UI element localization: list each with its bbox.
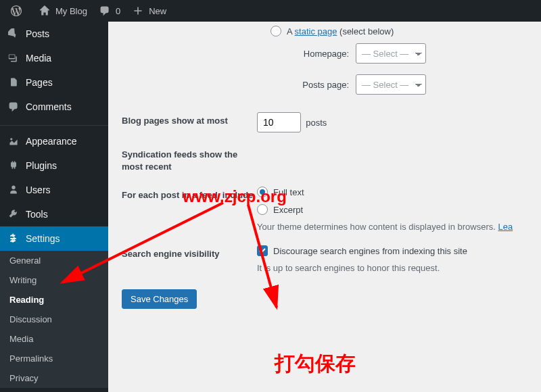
- svg-rect-2: [13, 235, 14, 237]
- content-area: A static page (select below) Homepage:— …: [108, 22, 541, 392]
- excerpt-label: Excerpt: [273, 205, 303, 215]
- comments-count: 0: [116, 6, 120, 16]
- comment-icon: [7, 100, 20, 114]
- syndication-label: Syndication feeds show the most recent: [122, 146, 257, 173]
- static-page-link[interactable]: static page: [295, 26, 337, 36]
- submenu-writing[interactable]: Writing: [0, 270, 108, 290]
- submenu-reading[interactable]: Reading: [0, 290, 108, 310]
- sidebar-item-label: Comments: [26, 101, 72, 112]
- plugin-icon: [7, 159, 20, 172]
- sidebar-item-plugins[interactable]: Plugins: [0, 153, 108, 178]
- sidebar-item-posts[interactable]: Posts: [0, 22, 108, 46]
- settings-icon: [7, 232, 20, 245]
- submenu-discussion[interactable]: Discussion: [0, 310, 108, 329]
- save-button[interactable]: Save Changes: [122, 289, 197, 309]
- site-name-text: My Blog: [55, 6, 87, 16]
- svg-rect-5: [10, 241, 11, 242]
- homepage-select[interactable]: — Select —: [356, 43, 426, 64]
- svg-rect-6: [13, 241, 14, 242]
- sidebar-item-users[interactable]: Users: [0, 178, 108, 202]
- admin-toolbar: My Blog 0 New: [0, 0, 541, 22]
- feed-content-label: For each post in a feed, include: [122, 187, 257, 232]
- menu-separator: [0, 122, 108, 126]
- sidebar-item-appearance[interactable]: Appearance: [0, 129, 108, 153]
- new-content[interactable]: New: [126, 0, 172, 22]
- home-icon: [38, 4, 51, 18]
- appearance-icon: [7, 134, 20, 148]
- sidebar-item-label: Pages: [26, 77, 53, 88]
- wordpress-icon: [9, 4, 23, 18]
- submenu-media[interactable]: Media: [0, 329, 108, 349]
- sidebar-item-pages[interactable]: Pages: [0, 70, 108, 95]
- discourage-label: Discourage search engines from indexing …: [273, 246, 467, 256]
- blog-pages-label: Blog pages show at most: [122, 112, 257, 132]
- sidebar-item-label: Plugins: [26, 160, 57, 171]
- admin-sidebar: Posts Media Pages Comments Appearance Pl…: [0, 22, 108, 392]
- media-icon: [7, 51, 20, 65]
- svg-point-0: [10, 138, 12, 140]
- comment-icon: [98, 4, 112, 18]
- full-text-label: Full text: [273, 187, 304, 197]
- blog-pages-input[interactable]: [257, 112, 301, 132]
- sidebar-item-label: Posts: [26, 28, 49, 39]
- homepage-label: Homepage:: [288, 49, 349, 59]
- svg-rect-4: [13, 238, 14, 239]
- visibility-label: Search engine visibility: [122, 245, 257, 273]
- sidebar-item-tools[interactable]: Tools: [0, 202, 108, 226]
- learn-more-link[interactable]: Lea: [498, 222, 513, 232]
- posts-page-label: Posts page:: [288, 80, 349, 90]
- settings-submenu: General Writing Reading Discussion Media…: [0, 251, 108, 388]
- pin-icon: [7, 27, 20, 41]
- submenu-general[interactable]: General: [0, 251, 108, 270]
- radio-static-page[interactable]: [270, 26, 281, 36]
- radio-excerpt[interactable]: [257, 204, 268, 215]
- sidebar-item-settings[interactable]: Settings: [0, 226, 108, 251]
- sidebar-item-label: Media: [26, 53, 51, 64]
- tools-icon: [7, 207, 20, 221]
- visibility-description: It is up to search engines to honor this…: [257, 263, 541, 273]
- comments-bubble[interactable]: 0: [93, 0, 126, 22]
- posts-page-select[interactable]: — Select —: [356, 74, 426, 95]
- sidebar-item-media[interactable]: Media: [0, 46, 108, 70]
- feed-description: Your theme determines how content is dis…: [257, 222, 541, 232]
- user-icon: [7, 183, 20, 197]
- sidebar-item-label: Tools: [26, 209, 48, 220]
- new-label: New: [149, 6, 166, 16]
- submenu-privacy[interactable]: Privacy: [0, 368, 108, 388]
- svg-rect-3: [10, 238, 11, 239]
- static-page-label: A static page (select below): [287, 26, 394, 36]
- wp-logo[interactable]: [4, 0, 32, 22]
- blog-pages-unit: posts: [306, 118, 327, 128]
- page-icon: [7, 76, 20, 89]
- sidebar-item-comments[interactable]: Comments: [0, 95, 108, 119]
- site-name[interactable]: My Blog: [32, 0, 93, 22]
- radio-full-text[interactable]: [257, 187, 268, 197]
- sidebar-item-label: Settings: [26, 233, 60, 244]
- checkbox-discourage[interactable]: [257, 245, 268, 256]
- submenu-permalinks[interactable]: Permalinks: [0, 349, 108, 368]
- svg-rect-1: [10, 235, 11, 237]
- plus-icon: [131, 4, 145, 18]
- sidebar-item-label: Users: [26, 185, 51, 195]
- sidebar-item-label: Appearance: [26, 136, 77, 147]
